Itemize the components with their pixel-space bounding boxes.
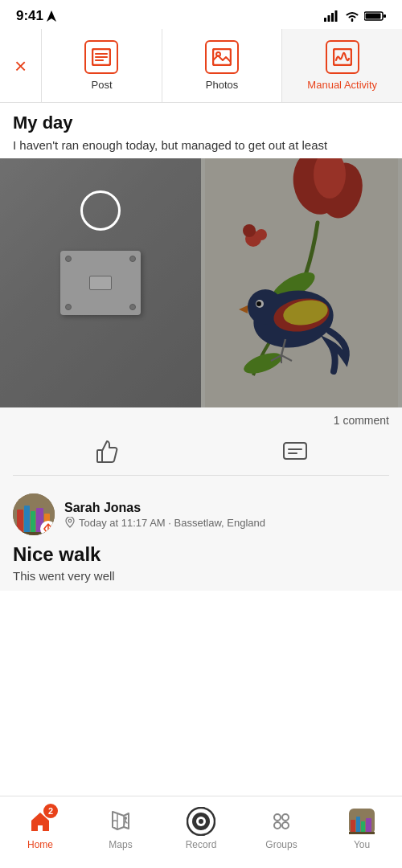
maps-icon [109, 810, 132, 833]
svg-rect-2 [328, 15, 330, 22]
svg-rect-4 [335, 10, 338, 22]
image-right[interactable] [201, 158, 402, 407]
user-avatar [13, 493, 55, 535]
svg-rect-62 [361, 821, 365, 833]
svg-rect-61 [356, 817, 360, 833]
comment-count: 1 comment [13, 414, 389, 427]
you-icon [349, 809, 375, 834]
nav-item-you[interactable]: You [338, 807, 386, 850]
groups-label: Groups [265, 839, 297, 850]
svg-point-55 [274, 814, 281, 821]
nav-item-maps[interactable]: Maps [96, 807, 145, 850]
comment-icon [282, 440, 308, 465]
svg-marker-0 [47, 10, 56, 22]
maps-icon-wrap [106, 807, 135, 836]
svg-point-47 [68, 519, 72, 522]
menu-options: Post Photos Manual Activity [41, 29, 402, 102]
status-icons [324, 10, 386, 22]
image-right-overlay [201, 158, 402, 407]
home-label: Home [27, 839, 53, 850]
record-icon [187, 807, 215, 836]
images-grid [0, 158, 402, 407]
manual-activity-icon [326, 40, 359, 74]
svg-rect-42 [24, 506, 30, 534]
home-icon-wrap: 2 [26, 807, 55, 836]
location-icon [47, 10, 56, 22]
status-bar: 9:41 [0, 0, 402, 29]
manual-activity-option[interactable]: Manual Activity [281, 29, 402, 102]
svg-rect-60 [351, 820, 355, 833]
svg-rect-6 [366, 14, 381, 19]
post-option[interactable]: Post [41, 29, 162, 102]
status-time: 9:41 [16, 8, 56, 24]
close-button[interactable]: × [0, 29, 41, 102]
post-section: My day I haven't ran enough today, but m… [0, 103, 402, 158]
content-overlay: My day I haven't ran enough today, but m… [0, 103, 402, 591]
nav-item-groups[interactable]: Groups [257, 807, 306, 850]
svg-rect-1 [324, 18, 326, 22]
post-footer: 1 comment [0, 407, 402, 482]
svg-rect-63 [366, 818, 371, 833]
top-action-bar: × Post Photos [0, 29, 402, 103]
time-display: 9:41 [16, 8, 43, 24]
photos-icon [205, 40, 239, 74]
groups-icon-wrap [267, 807, 296, 836]
post-title: My day [13, 113, 389, 133]
activity-title: Nice walk [13, 543, 389, 566]
groups-icon [270, 810, 293, 833]
svg-point-58 [282, 822, 289, 829]
comment-button[interactable] [266, 436, 324, 469]
post-text: I haven't ran enough today, but managed … [13, 137, 389, 154]
thumbs-up-icon [94, 440, 120, 465]
battery-icon [364, 10, 386, 22]
close-icon: × [14, 55, 27, 76]
home-badge: 2 [43, 804, 58, 818]
you-label: You [354, 839, 370, 850]
photos-label: Photos [206, 79, 238, 91]
activity-description: This went very well [13, 569, 389, 583]
circle-indicator [80, 190, 121, 231]
activity-card: Sarah Jonas Today at 11:17 AM · Bassetla… [0, 482, 402, 591]
svg-point-57 [274, 822, 281, 829]
activity-header: Sarah Jonas Today at 11:17 AM · Bassetla… [13, 493, 389, 535]
svg-rect-41 [17, 510, 23, 534]
svg-rect-43 [31, 511, 35, 534]
manual-activity-label: Manual Activity [307, 79, 377, 91]
svg-rect-37 [284, 443, 306, 459]
action-row [13, 433, 389, 476]
svg-rect-64 [349, 832, 375, 834]
svg-point-56 [282, 814, 289, 821]
maps-label: Maps [109, 839, 132, 850]
nav-item-home[interactable]: 2 Home [16, 807, 64, 850]
user-meta: Today at 11:17 AM · Bassetlaw, England [64, 517, 389, 529]
bottom-navigation: 2 Home Maps [0, 796, 402, 868]
signal-icon [324, 10, 340, 22]
image-left[interactable] [0, 158, 201, 407]
svg-rect-36 [97, 450, 102, 462]
wifi-icon [345, 10, 359, 22]
photos-option[interactable]: Photos [162, 29, 282, 102]
record-label: Record [186, 839, 217, 850]
post-label: Post [91, 79, 112, 91]
svg-rect-3 [331, 13, 334, 22]
like-button[interactable] [78, 436, 136, 469]
svg-rect-7 [384, 14, 386, 18]
svg-point-54 [199, 819, 203, 824]
record-icon-wrap [187, 807, 215, 836]
user-location: Today at 11:17 AM · Bassetlaw, England [79, 517, 265, 529]
user-info: Sarah Jonas Today at 11:17 AM · Bassetla… [64, 501, 389, 529]
you-icon-wrap [347, 807, 376, 836]
user-name: Sarah Jonas [64, 501, 389, 515]
post-icon [84, 40, 118, 74]
activity-badge [40, 521, 55, 535]
nav-item-record[interactable]: Record [177, 807, 225, 850]
activity-type-icon [64, 517, 76, 528]
